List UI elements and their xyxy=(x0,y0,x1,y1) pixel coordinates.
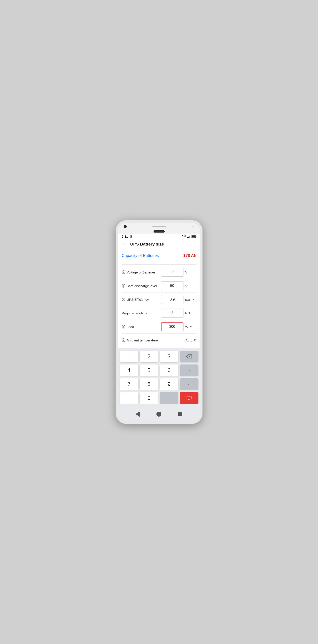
app-title: UPS Battery size xyxy=(130,242,192,247)
phone-top-decoration xyxy=(118,223,200,230)
svg-rect-1 xyxy=(188,236,189,238)
battery-icon xyxy=(192,235,196,238)
discharge-unit: % xyxy=(185,284,196,288)
load-input[interactable] xyxy=(161,322,183,331)
efficiency-label-area: i UPS Efficiency xyxy=(122,298,161,302)
form-section: i Voltage of Batteries V i Safe discharg… xyxy=(122,266,196,346)
key-backspace[interactable] xyxy=(180,350,198,362)
runtime-label: Required runtime xyxy=(122,311,147,315)
svg-rect-3 xyxy=(190,235,190,238)
ambient-value-dropdown[interactable]: Auto ▼ xyxy=(186,338,196,342)
load-dropdown-arrow: ▼ xyxy=(189,325,192,328)
runtime-row: Required runtime h ▼ xyxy=(122,306,196,320)
load-label-area: i Load xyxy=(122,325,161,329)
key-right-arrow[interactable]: › xyxy=(180,364,198,376)
svg-rect-5 xyxy=(196,236,196,237)
pill-notch xyxy=(118,230,200,234)
speaker-grille xyxy=(152,226,166,227)
numeric-keyboard: 1 2 3 4 5 6 › 7 8 xyxy=(118,348,200,408)
efficiency-row: i UPS Efficiency p.u. ▼ xyxy=(122,293,196,306)
pill xyxy=(154,230,165,232)
load-info-icon[interactable]: i xyxy=(122,325,125,328)
phone-screen: 9:31 ⚙ xyxy=(118,223,200,421)
nav-recent-icon xyxy=(178,412,182,416)
key-7[interactable]: 7 xyxy=(120,378,139,390)
voltage-row: i Voltage of Batteries V xyxy=(122,266,196,279)
capacity-label: Capacity of Batteries xyxy=(122,253,159,258)
load-label: Load xyxy=(127,325,134,329)
key-4[interactable]: 4 xyxy=(120,364,139,376)
efficiency-info-icon[interactable]: i xyxy=(122,298,125,301)
key-row-2: 4 5 6 › xyxy=(119,364,199,376)
runtime-dropdown-arrow: ▼ xyxy=(188,311,191,315)
voltage-label-area: i Voltage of Batteries xyxy=(122,270,161,274)
nav-home-button[interactable] xyxy=(154,409,164,419)
camera-icon xyxy=(124,225,127,228)
key-8[interactable]: 8 xyxy=(140,378,158,390)
signal-icon xyxy=(187,235,191,238)
nav-bar xyxy=(118,408,200,421)
voltage-info-icon[interactable]: i xyxy=(122,270,125,274)
key-keyboard-dismiss[interactable] xyxy=(180,392,198,404)
ambient-dropdown-arrow: ▼ xyxy=(193,338,196,342)
key-row-1: 1 2 3 xyxy=(119,350,199,363)
status-time-area: 9:31 ⚙ xyxy=(122,235,132,238)
time-display: 9:31 xyxy=(122,235,128,238)
discharge-label: Safe discharge level xyxy=(127,284,157,288)
key-2[interactable]: 2 xyxy=(140,350,158,362)
discharge-input[interactable] xyxy=(161,281,183,290)
settings-status-icon: ⚙ xyxy=(129,235,132,238)
face-sensor xyxy=(192,225,195,228)
discharge-info-icon[interactable]: i xyxy=(122,284,125,288)
key-row-4: . 0 ⎵ xyxy=(119,392,199,404)
wifi-icon xyxy=(182,235,186,238)
runtime-unit[interactable]: h ▼ xyxy=(185,311,196,315)
load-row: i Load W ▼ xyxy=(122,320,196,334)
key-9[interactable]: 9 xyxy=(160,378,179,390)
key-5[interactable]: 5 xyxy=(140,364,158,376)
status-icons-area xyxy=(182,235,196,238)
discharge-label-area: i Safe discharge level xyxy=(122,284,161,288)
back-button[interactable]: ← xyxy=(122,242,127,247)
voltage-input[interactable] xyxy=(161,268,183,276)
phone-frame: 9:31 ⚙ xyxy=(116,220,203,424)
key-left-arrow[interactable]: ‹ xyxy=(180,378,198,390)
backspace-icon xyxy=(186,354,192,358)
nav-recent-button[interactable] xyxy=(175,409,185,419)
app-bar: ← UPS Battery size ⋮ xyxy=(118,239,200,249)
key-6[interactable]: 6 xyxy=(160,364,179,376)
load-unit[interactable]: W ▼ xyxy=(185,325,196,329)
efficiency-input[interactable] xyxy=(161,295,183,304)
efficiency-dropdown-arrow: ▼ xyxy=(192,298,195,301)
voltage-label: Voltage of Batteries xyxy=(127,270,156,274)
ambient-row: i Ambient temperature Auto ▼ xyxy=(122,334,196,346)
key-space[interactable]: ⎵ xyxy=(160,392,179,404)
more-options-button[interactable]: ⋮ xyxy=(192,242,196,247)
capacity-value: 178 Ah xyxy=(183,253,196,258)
key-dot[interactable]: . xyxy=(120,392,139,404)
key-row-3: 7 8 9 ‹ xyxy=(119,378,199,390)
status-bar: 9:31 ⚙ xyxy=(118,234,200,239)
keyboard-dismiss-icon xyxy=(187,396,192,400)
nav-back-icon xyxy=(135,412,140,417)
runtime-label-area: Required runtime xyxy=(122,311,161,315)
svg-rect-7 xyxy=(187,396,191,399)
ambient-label: Ambient temperature xyxy=(127,338,158,342)
ambient-label-area: i Ambient temperature xyxy=(122,338,186,342)
efficiency-unit[interactable]: p.u. ▼ xyxy=(185,298,196,302)
discharge-row: i Safe discharge level % xyxy=(122,279,196,293)
key-1[interactable]: 1 xyxy=(120,350,139,362)
key-0[interactable]: 0 xyxy=(140,392,158,404)
voltage-unit: V xyxy=(185,270,196,274)
svg-rect-6 xyxy=(192,236,195,238)
nav-back-button[interactable] xyxy=(133,409,143,419)
main-content: Capacity of Batteries 178 Ah i Voltage o… xyxy=(118,249,200,348)
ambient-value-text: Auto xyxy=(186,338,192,342)
runtime-input[interactable] xyxy=(161,308,183,318)
capacity-section: Capacity of Batteries 178 Ah xyxy=(122,253,196,261)
key-3[interactable]: 3 xyxy=(160,350,179,362)
svg-rect-2 xyxy=(189,236,190,238)
nav-home-icon xyxy=(156,412,161,416)
ambient-info-icon[interactable]: i xyxy=(122,338,125,342)
efficiency-label: UPS Efficiency xyxy=(127,298,149,302)
